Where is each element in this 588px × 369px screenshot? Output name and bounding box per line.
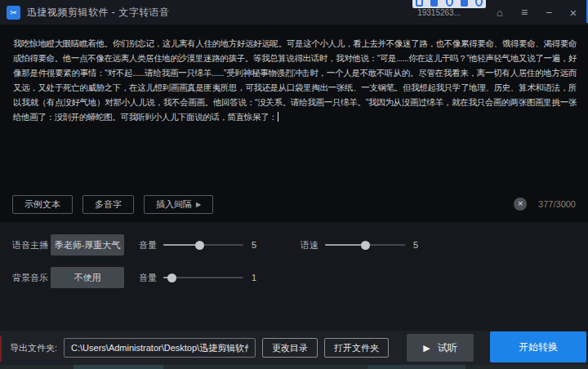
voice-volume-label: 音量 [139, 239, 157, 251]
bgm-volume-label: 音量 [139, 272, 157, 284]
insert-interval-button[interactable]: 插入间隔 ▶ [144, 195, 213, 214]
sample-text-label: 示例文本 [24, 199, 60, 210]
moon-icon[interactable] [446, 0, 453, 7]
user-account[interactable]: 19315263... [405, 8, 461, 17]
change-dir-button[interactable]: 更改目录 [262, 338, 318, 358]
bgm-volume-value: 1 [252, 273, 261, 282]
app-window: ✂ 迅捷视频剪辑软件 - 文字转语音 19315263... ⌂ ≡ − × 我… [0, 0, 588, 369]
desktop-strip [0, 365, 588, 369]
export-path-input[interactable] [64, 338, 256, 358]
close-icon[interactable]: × [567, 7, 580, 19]
bgm-row: 背景音乐 不使用 音量 1 [12, 267, 576, 288]
voice-anchor-label: 语音主播 [12, 239, 51, 251]
comma-icon[interactable] [461, 0, 468, 7]
translate-icon[interactable] [416, 0, 423, 7]
text-cursor [278, 112, 278, 122]
menu-icon[interactable]: ≡ [518, 7, 531, 18]
polyphone-label: 多音字 [95, 199, 122, 210]
sample-text-button[interactable]: 示例文本 [12, 195, 73, 214]
start-convert-button[interactable]: 开始转换 [490, 331, 586, 362]
bgm-label: 背景音乐 [12, 272, 51, 284]
pin-icon[interactable] [430, 0, 438, 7]
titlebar: ✂ 迅捷视频剪辑软件 - 文字转语音 19315263... ⌂ ≡ − × [0, 0, 588, 24]
polyphone-button[interactable]: 多音字 [82, 195, 134, 214]
insert-interval-label: 插入间隔 [156, 199, 192, 210]
editor-text-content: 我吃惊地瞪大眼睛瞧着他。你们别忘记，这儿离有人住的地方好远好远呢。可是这个小人儿… [13, 38, 577, 122]
editor-toolbar: 示例文本 多音字 插入间隔 ▶ × 377/3000 [12, 195, 576, 214]
window-title: 迅捷视频剪辑软件 - 文字转语音 [27, 6, 170, 20]
char-count: 377/3000 [538, 199, 576, 209]
minimize-icon[interactable]: − [542, 7, 555, 18]
user-id: 19315263... [417, 8, 461, 17]
voice-volume-slider[interactable] [163, 241, 243, 250]
slider-fill [325, 244, 365, 246]
bgm-volume-slider[interactable] [163, 273, 243, 282]
user-icon [405, 8, 414, 17]
slider-fill [163, 244, 199, 246]
preview-label: 试听 [438, 341, 457, 355]
export-folder-label: 导出文件夹: [10, 342, 57, 354]
background-window-sliver [0, 336, 2, 362]
preview-button[interactable]: ▶ 试听 [407, 334, 474, 362]
home-icon[interactable]: ⌂ [493, 7, 506, 18]
settings-panel: 语音主播 季老师-厚重大气 音量 5 语速 5 背景音乐 不使用 音量 [0, 222, 588, 331]
app-logo-icon: ✂ [7, 6, 20, 20]
voice-anchor-select[interactable]: 季老师-厚重大气 [51, 234, 124, 256]
speed-value: 5 [413, 240, 423, 250]
voice-volume-value: 5 [252, 240, 261, 250]
gear-icon[interactable] [475, 0, 483, 7]
speed-slider[interactable] [325, 241, 405, 250]
voice-anchor-row: 语音主播 季老师-厚重大气 音量 5 语速 5 [12, 234, 576, 256]
browser-extension-popup[interactable] [412, 0, 486, 8]
open-folder-button[interactable]: 打开文件夹 [324, 338, 389, 358]
bgm-select[interactable]: 不使用 [51, 267, 124, 288]
text-editor[interactable]: 我吃惊地瞪大眼睛瞧着他。你们别忘记，这儿离有人住的地方好远好远呢。可是这个小人儿… [0, 24, 588, 222]
slider-handle[interactable] [361, 241, 370, 250]
slider-handle[interactable] [195, 241, 204, 250]
clear-text-icon[interactable]: × [514, 198, 527, 211]
footer-bar: 导出文件夹: 更改目录 打开文件夹 ▶ 试听 开始转换 [0, 331, 588, 365]
play-icon: ▶ [423, 343, 430, 353]
editor-text[interactable]: 我吃惊地瞪大眼睛瞧着他。你们别忘记，这儿离有人住的地方好远好远呢。可是这个小人儿… [13, 36, 577, 124]
slider-handle[interactable] [167, 273, 176, 282]
interval-arrow-icon: ▶ [196, 201, 201, 209]
speed-label: 语速 [301, 239, 318, 251]
